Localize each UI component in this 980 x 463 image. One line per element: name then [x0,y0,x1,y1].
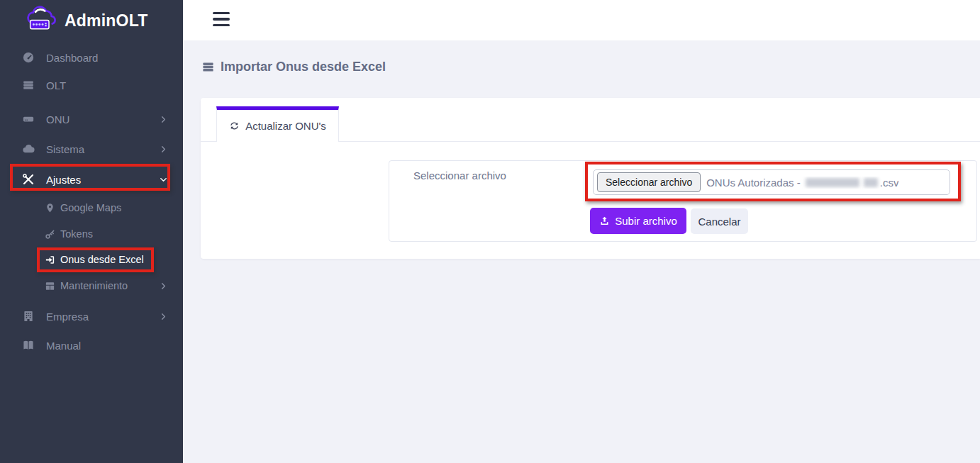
sidebar: AdminOLT Dashboard OLT ONU Sistema [0,0,183,463]
building-icon [21,309,35,323]
sidebar-item-label: Empresa [46,311,89,323]
chevron-down-icon [160,176,167,184]
sidebar-item-label: ONU [46,113,69,125]
cancel-button-label: Cancelar [698,216,740,228]
chevron-right-icon [160,145,167,153]
upload-button-label: Subir archivo [615,215,677,227]
tab-label: Actualizar ONU's [245,120,326,132]
table-icon [44,280,55,291]
dashboard-gauge-icon [21,50,35,65]
sidebar-item-manual[interactable]: Manual [0,330,183,360]
file-input[interactable]: Seleccionar archivo ONUs Autorizadas - .… [593,169,950,195]
filename-extension: .csv [880,177,899,189]
chevron-right-icon [160,116,167,123]
sidebar-item-sistema[interactable]: Sistema [0,134,183,164]
sidebar-item-label: OLT [46,79,66,91]
filename-redacted-segment [864,178,878,187]
sidebar-item-mantenimiento[interactable]: Mantenimiento [0,272,183,299]
sidebar-item-google-maps[interactable]: Google Maps [0,194,183,221]
sidebar-item-label: Google Maps [60,202,121,213]
upload-file-button[interactable]: Subir archivo [590,208,686,234]
filename-redacted-segment [806,178,859,187]
sidebar-item-onu[interactable]: ONU [0,104,183,134]
book-icon [21,338,35,352]
sidebar-item-label: Dashboard [46,52,98,64]
refresh-icon [229,121,240,131]
key-icon [44,228,55,240]
sidebar-item-label: Sistema [46,143,84,155]
sidebar-item-ajustes[interactable]: Ajustes [0,164,183,194]
server-icon [21,78,35,92]
cancel-button[interactable]: Cancelar [691,208,748,234]
sidebar-item-label: Manual [46,340,81,352]
upload-icon [599,216,610,226]
sidebar-item-dashboard[interactable]: Dashboard [0,43,183,72]
sidebar-item-label: Tokens [60,228,93,240]
sidebar-item-olt[interactable]: OLT [0,70,183,100]
page-title: Importar Onus desde Excel [201,60,386,74]
sidebar-item-tokens[interactable]: Tokens [0,221,183,247]
file-field-label: Seleccionar archivo [413,169,506,182]
sign-in-icon [44,254,55,265]
brand-logo[interactable]: AdminOLT [24,6,147,35]
hamburger-menu-icon[interactable] [213,12,230,26]
sidebar-item-label: Ajustes [46,174,81,186]
sidebar-item-label: Mantenimiento [60,280,128,291]
tools-icon [21,172,35,186]
brand-name: AdminOLT [65,11,147,30]
chevron-right-icon [160,282,167,290]
cloud-olt-logo-icon [24,6,60,35]
onu-device-icon [21,112,35,126]
filename-prefix: ONUs Autorizadas - [706,177,801,189]
choose-file-button[interactable]: Seleccionar archivo [597,172,701,192]
page-title-text: Importar Onus desde Excel [221,60,386,74]
cloud-icon [21,142,35,156]
sidebar-item-empresa[interactable]: Empresa [0,301,183,331]
topbar [183,0,980,40]
chevron-right-icon [160,313,167,320]
server-icon [201,60,215,74]
tab-actualizar-onus[interactable]: Actualizar ONU's [216,106,339,142]
sidebar-item-label: Onus desde Excel [60,254,144,265]
selected-filename: ONUs Autorizadas - .csv [706,177,898,189]
map-marker-icon [44,202,55,213]
sidebar-item-onus-desde-excel[interactable]: Onus desde Excel [0,246,183,273]
